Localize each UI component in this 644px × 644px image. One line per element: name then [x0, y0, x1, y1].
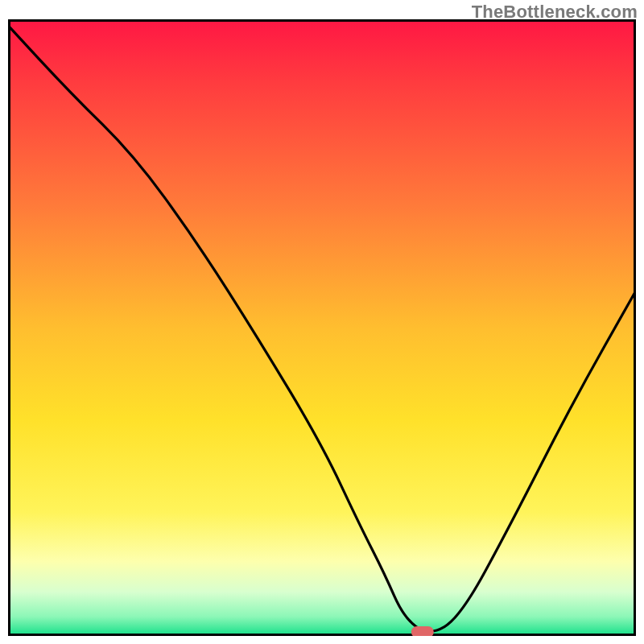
gradient-background — [9, 20, 635, 635]
bottleneck-chart — [8, 19, 636, 636]
optimal-marker — [411, 626, 434, 636]
